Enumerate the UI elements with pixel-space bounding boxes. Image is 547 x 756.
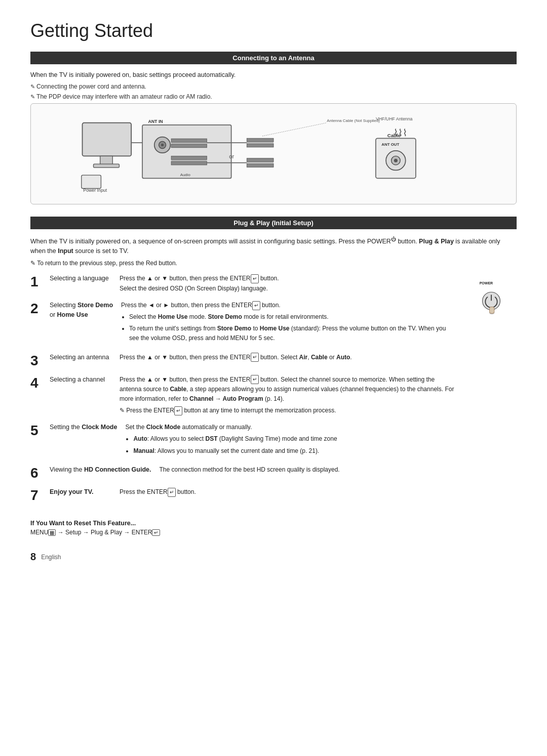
step-1-desc: Press the ▲ or ▼ button, then press the …	[120, 274, 456, 293]
step-5-title: Setting the Clock Mode	[50, 423, 121, 432]
step-7-num: 7	[30, 488, 46, 502]
reset-title: If You Want to Reset This Feature...	[30, 520, 517, 527]
svg-rect-25	[247, 163, 274, 167]
antenna-svg: Power Input ANT IN or Audio	[41, 114, 506, 194]
step-4: 4 Selecting a channel Press the ▲ or ▼ b…	[30, 375, 456, 416]
svg-rect-20	[247, 142, 274, 143]
svg-text:ANT IN: ANT IN	[148, 118, 163, 123]
svg-rect-12	[171, 144, 207, 147]
step-7-title: Enjoy your TV.	[50, 487, 115, 497]
step-2: 2 Selecting Store Demoor Home Use Press …	[30, 301, 456, 346]
section-antenna-intro: When the TV is initially powered on, bas…	[30, 70, 517, 80]
svg-text:VHF/UHF Antenna: VHF/UHF Antenna	[376, 116, 413, 121]
svg-rect-21	[247, 144, 274, 147]
svg-rect-0	[83, 122, 132, 156]
page-footer: 8 English	[30, 551, 517, 563]
step-5: 5 Setting the Clock Mode Set the Clock M…	[30, 423, 456, 458]
svg-rect-2	[94, 164, 120, 167]
svg-text:POWER: POWER	[480, 281, 493, 285]
step-1: 1 Selecting a language Press the ▲ or ▼ …	[30, 274, 456, 293]
svg-rect-10	[171, 139, 207, 142]
svg-rect-19	[247, 138, 274, 142]
step-4-num: 4	[30, 376, 46, 390]
svg-rect-5	[142, 125, 231, 178]
svg-text:Power Input: Power Input	[83, 187, 107, 192]
step-6-title: Viewing the HD Connection Guide.	[50, 465, 155, 475]
step-6: 6 Viewing the HD Connection Guide. The c…	[30, 465, 456, 480]
svg-rect-14	[171, 159, 207, 160]
svg-rect-3	[82, 175, 101, 188]
note-1: Connecting the power cord and antenna.	[30, 83, 517, 90]
svg-rect-15	[171, 161, 207, 165]
svg-rect-24	[247, 162, 274, 163]
svg-text:or: or	[229, 153, 234, 159]
reset-menu: MENU▦ → Setup → Plug & Play → ENTER↵	[30, 529, 517, 536]
svg-text:ANT OUT: ANT OUT	[381, 142, 399, 147]
section-plug-header: Plug & Play (Initial Setup)	[30, 217, 517, 229]
plug-play-intro: When the TV is initially powered on, a s…	[30, 235, 517, 256]
step-3-desc: Press the ▲ or ▼ button, then press the …	[120, 353, 456, 362]
svg-rect-41	[490, 307, 494, 314]
step-1-num: 1	[30, 275, 46, 289]
section-plug-play: Plug & Play (Initial Setup) When the TV …	[30, 217, 517, 536]
svg-point-36	[394, 158, 398, 162]
step-3: 3 Selecting an antenna Press the ▲ or ▼ …	[30, 353, 456, 368]
plug-play-note: To return to the previous step, press th…	[30, 260, 517, 267]
reset-section: If You Want to Reset This Feature... MEN…	[30, 520, 517, 536]
steps-list: 1 Selecting a language Press the ▲ or ▼ …	[30, 274, 456, 509]
step-2-desc: Press the ◄ or ► button, then press the …	[121, 301, 456, 346]
svg-rect-23	[247, 158, 274, 162]
svg-rect-13	[171, 156, 207, 159]
step-2-num: 2	[30, 302, 46, 316]
step-3-title: Selecting an antenna	[50, 353, 115, 362]
power-icon-area: POWER	[466, 274, 517, 509]
step-1-title: Selecting a language	[50, 274, 115, 283]
step-6-num: 6	[30, 466, 46, 480]
step-5-desc: Set the Clock Mode automatically or manu…	[125, 423, 456, 458]
step-5-num: 5	[30, 424, 46, 438]
step-6-desc: The connection method for the best HD sc…	[160, 465, 456, 475]
page-number: 8	[30, 551, 36, 563]
svg-point-9	[161, 144, 164, 146]
page-title: Getting Started	[30, 20, 517, 41]
svg-text:Antenna Cable (Not Supplied): Antenna Cable (Not Supplied)	[327, 118, 380, 123]
svg-text:Cable: Cable	[387, 132, 401, 138]
antenna-diagram: Power Input ANT IN or Audio	[30, 103, 517, 204]
section-antenna: Connecting to an Antenna When the TV is …	[30, 52, 517, 204]
section-antenna-header: Connecting to an Antenna	[30, 52, 517, 64]
step-2-title: Selecting Store Demoor Home Use	[50, 301, 117, 320]
step-4-desc: Press the ▲ or ▼ button, then press the …	[120, 375, 456, 416]
svg-rect-1	[100, 156, 113, 165]
step-7: 7 Enjoy your TV. Press the ENTER↵ button…	[30, 487, 456, 502]
power-button-icon: POWER	[474, 279, 509, 314]
svg-text:Audio: Audio	[180, 173, 191, 177]
step-3-num: 3	[30, 354, 46, 368]
svg-rect-11	[171, 142, 207, 143]
note-2: The PDP device may interfere with an ama…	[30, 93, 517, 100]
steps-container: 1 Selecting a language Press the ▲ or ▼ …	[30, 274, 517, 509]
step-7-desc: Press the ENTER↵ button.	[120, 487, 456, 497]
page-language: English	[41, 554, 61, 561]
step-4-title: Selecting a channel	[50, 375, 115, 385]
svg-line-26	[262, 122, 327, 136]
